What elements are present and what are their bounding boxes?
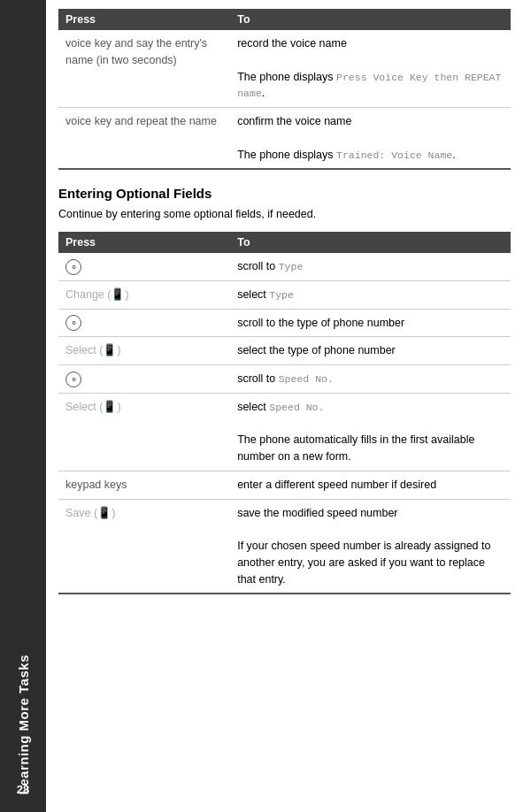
- bottom-table-header-to: To: [230, 232, 511, 253]
- table-row: Select (📱) select the type of phone numb…: [58, 337, 511, 365]
- press-cell: ⚬: [58, 253, 230, 280]
- mono-text: Type: [279, 261, 304, 272]
- select-key: Select (📱): [65, 401, 121, 413]
- page-number: 28: [0, 783, 46, 796]
- to-cell: select Speed No. The phone automatically…: [230, 393, 511, 471]
- press-cell: ⚬: [58, 309, 230, 337]
- press-cell: voice key and say the entry's name (in t…: [58, 30, 230, 108]
- table-row: Select (📱) select Speed No. The phone au…: [58, 393, 511, 471]
- press-cell: Select (📱): [58, 337, 230, 365]
- mono-text: Speed No.: [279, 373, 334, 385]
- to-cell: scroll to the type of phone number: [230, 309, 511, 337]
- mono-text: Type: [269, 289, 294, 301]
- table-row: voice key and say the entry's name (in t…: [58, 30, 511, 108]
- mono-text: Press Voice Key then REPEAT name: [237, 72, 501, 100]
- top-table: Press To voice key and say the entry's n…: [58, 9, 511, 170]
- mono-text: Speed No.: [269, 402, 324, 413]
- to-cell: confirm the voice name The phone display…: [230, 108, 511, 170]
- table-row: Change (📱) select Type: [58, 280, 511, 309]
- table-row: ⚬ scroll to the type of phone number: [58, 309, 511, 337]
- top-table-header-press: Press: [58, 9, 230, 30]
- to-cell: select the type of phone number: [230, 337, 511, 365]
- sidebar-label: Learning More Tasks: [16, 655, 31, 794]
- press-cell: Select (📱): [58, 393, 230, 471]
- press-cell: voice key and repeat the name: [58, 108, 230, 170]
- press-cell: Save (📱): [58, 499, 230, 594]
- press-cell: ⚬: [58, 365, 230, 394]
- top-table-header-to: To: [230, 9, 511, 30]
- bottom-table: Press To ⚬ scroll to Type Change (📱): [58, 232, 511, 594]
- to-cell: scroll to Speed No.: [230, 365, 511, 394]
- to-cell: select Type: [230, 280, 511, 309]
- press-cell: Change (📱): [58, 280, 230, 309]
- select-key: Select (📱): [65, 344, 121, 356]
- sidebar: Learning More Tasks 28: [0, 0, 46, 812]
- press-cell: keypad keys: [58, 471, 230, 499]
- to-cell: enter a different speed number if desire…: [230, 471, 511, 499]
- mono-text: Trained: Voice Name: [336, 149, 452, 161]
- scroll-icon: ⚬: [65, 315, 81, 331]
- table-row: ⚬ scroll to Type: [58, 253, 511, 280]
- main-content: Press To voice key and say the entry's n…: [46, 0, 523, 812]
- scroll-icon: ⚬: [65, 259, 81, 275]
- table-row: Save (📱) save the modified speed number …: [58, 499, 511, 594]
- bottom-table-header-press: Press: [58, 232, 230, 253]
- to-cell: scroll to Type: [230, 253, 511, 280]
- to-cell: save the modified speed number If your c…: [230, 499, 511, 594]
- save-key: Save (📱): [65, 507, 115, 519]
- change-key: Change (📱): [65, 288, 129, 301]
- table-row: ⚬ scroll to Speed No.: [58, 365, 511, 394]
- scroll-icon: ⚬: [65, 372, 81, 387]
- section-heading: Entering Optional Fields: [58, 186, 511, 201]
- section-intro: Continue by entering some optional field…: [58, 206, 511, 223]
- table-row: keypad keys enter a different speed numb…: [58, 471, 511, 499]
- to-cell: record the voice name The phone displays…: [230, 30, 511, 108]
- table-row: voice key and repeat the name confirm th…: [58, 108, 511, 170]
